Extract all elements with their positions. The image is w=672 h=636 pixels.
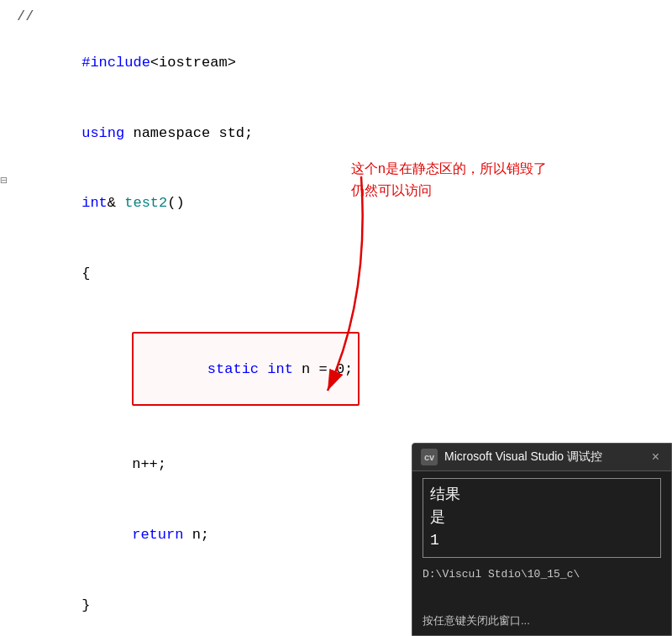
- token-n-assign: n = 0;: [293, 361, 353, 377]
- token-npp: n++;: [132, 456, 166, 472]
- token-int-static: int: [267, 361, 293, 377]
- console-output-line-3: 1: [430, 529, 654, 552]
- token-test2-paren: (): [167, 195, 184, 211]
- token-namespace: namespace: [124, 125, 218, 141]
- token-include-kw: #include: [81, 55, 150, 71]
- console-output-box: 结果 是 1: [423, 478, 661, 558]
- token-test2-fn: test2: [124, 195, 167, 211]
- console-titlebar: cv Microsoft Visual Studio 调试控 ×: [412, 444, 671, 471]
- token-ref-test2: &: [108, 195, 124, 211]
- line-using: using namespace std;: [0, 98, 672, 169]
- highlighted-static-line: static int n = 0;: [132, 332, 360, 406]
- fold-icon-test2[interactable]: ⊟: [0, 171, 13, 190]
- line-include: #include<iostream>: [0, 28, 672, 98]
- token-test2-brace-close: }: [81, 597, 90, 613]
- console-footer: 按任意键关闭此窗口...: [412, 610, 671, 635]
- token-test2-brace-open: {: [81, 265, 90, 281]
- console-title: Microsoft Visual Studio 调试控: [444, 449, 642, 465]
- console-close-button[interactable]: ×: [648, 449, 663, 465]
- token-return-n-val: n;: [183, 527, 209, 543]
- top-fade-indicator: //: [0, 8, 672, 28]
- token-static-kw: static: [207, 361, 267, 377]
- token-int-kw-test2: int: [81, 195, 108, 211]
- token-include-lib: <iostream>: [150, 55, 236, 71]
- token-return-kw-n: return: [132, 527, 183, 543]
- token-std: std;: [218, 125, 253, 141]
- annotation-text: 这个n是在静态区的，所以销毁了仍然可以访问: [351, 158, 547, 201]
- line-test2-sig: ⊟ int& test2(): [0, 168, 672, 239]
- console-icon-label: cv: [424, 452, 434, 462]
- console-app-icon: cv: [421, 449, 438, 465]
- line-test2-open: {: [0, 239, 672, 309]
- code-editor: // #include<iostream> using namespace st…: [0, 0, 672, 636]
- console-path: D:\Viscul Stdio\10_15_c\: [423, 568, 661, 581]
- console-output-line-1: 结果: [430, 484, 654, 507]
- console-output-line-2: 是: [430, 507, 654, 529]
- console-window: cv Microsoft Visual Studio 调试控 × 结果 是 1 …: [412, 443, 672, 636]
- token-using: using: [81, 125, 124, 141]
- line-static: static int n = 0;: [0, 308, 672, 429]
- console-body: 结果 是 1 D:\Viscul Stdio\10_15_c\: [412, 471, 671, 610]
